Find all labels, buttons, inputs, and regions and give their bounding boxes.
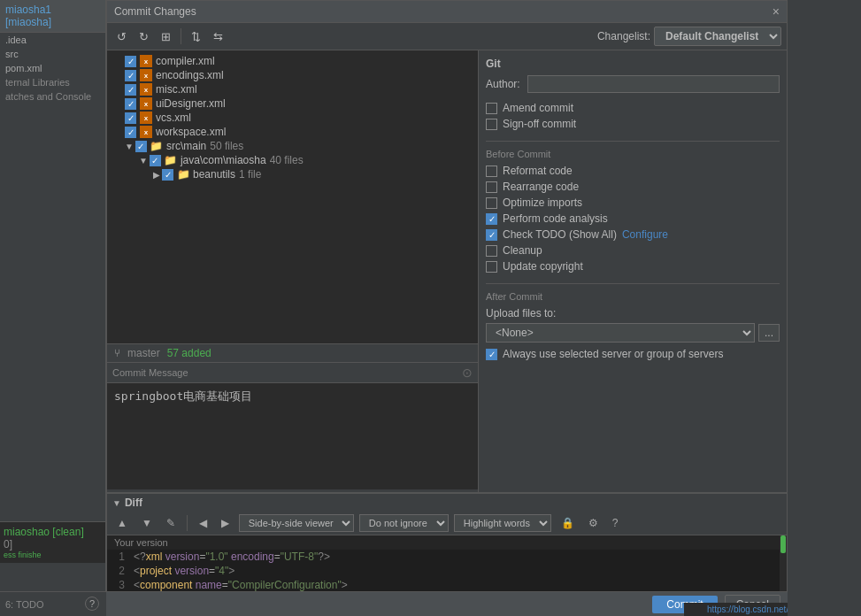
group-button[interactable]: ⊞ xyxy=(157,27,175,46)
ignore-dropdown[interactable]: Do not ignore xyxy=(359,514,449,532)
signoff-commit-checkbox[interactable] xyxy=(486,119,497,130)
triangle-srcmain: ▼ xyxy=(125,142,134,151)
checkbox-compiler[interactable]: ✓ xyxy=(125,56,136,67)
file-label-workspace: workspace.xml xyxy=(156,126,226,138)
tree-item-workspace[interactable]: ✓ x workspace.xml xyxy=(107,125,478,139)
upload-label: Upload files to: xyxy=(486,307,780,320)
lock-button[interactable]: 🔒 xyxy=(557,515,579,531)
file-label-misc: misc.xml xyxy=(156,83,197,96)
rollback-button[interactable]: ↺ xyxy=(112,27,131,46)
collapse-button[interactable]: ⇆ xyxy=(209,27,227,46)
checkbox-uidesigner[interactable]: ✓ xyxy=(125,98,136,110)
refresh-button[interactable]: ↻ xyxy=(135,27,153,46)
author-row: Author: xyxy=(486,75,780,93)
cleanup-row[interactable]: Cleanup xyxy=(486,244,780,257)
diff-toggle[interactable]: ▼ xyxy=(112,498,121,508)
xml-icon-workspace: x xyxy=(140,126,152,138)
file-label-encodings: encodings.xml xyxy=(156,69,224,81)
reformat-code-checkbox[interactable] xyxy=(486,166,497,177)
always-use-label: Always use selected server or group of s… xyxy=(503,348,723,360)
xml-icon-uidesigner: x xyxy=(140,97,152,110)
file-label-vcs: vcs.xml xyxy=(156,112,191,124)
amend-commit-row[interactable]: Amend commit xyxy=(486,102,780,114)
diff-down-button[interactable]: ▼ xyxy=(137,515,157,531)
sidebar-item-libraries[interactable]: ternal Libraries xyxy=(0,75,105,89)
reformat-code-row[interactable]: Reformat code xyxy=(486,165,780,177)
beanutils-count: 1 file xyxy=(239,168,261,181)
file-label-javamiao: java\com\miaosha xyxy=(181,154,266,166)
upload-dropdown[interactable]: <None> xyxy=(486,323,755,343)
commit-msg-expand-icon[interactable]: ⊙ xyxy=(462,366,473,380)
tree-item-uidesigner[interactable]: ✓ x uiDesigner.xml xyxy=(107,96,478,111)
toolbar-separator-1 xyxy=(181,28,181,44)
triangle-javamiao: ▼ xyxy=(139,156,148,166)
project-name: miaosha1 [miaosha] xyxy=(5,4,51,28)
help-button-bottom[interactable]: ? xyxy=(85,597,99,611)
todo-label: 6: TODO xyxy=(5,599,44,610)
author-label: Author: xyxy=(486,78,520,90)
signoff-commit-row[interactable]: Sign-off commit xyxy=(486,118,780,130)
highlight-dropdown[interactable]: Highlight words xyxy=(454,514,551,532)
check-todo-checkbox[interactable]: ✓ xyxy=(486,229,497,241)
update-copyright-row[interactable]: Update copyright xyxy=(486,260,780,273)
checkbox-encodings[interactable]: ✓ xyxy=(125,70,136,81)
viewer-dropdown[interactable]: Side-by-side viewer xyxy=(239,514,354,532)
checkbox-misc[interactable]: ✓ xyxy=(125,84,136,96)
tree-item-misc[interactable]: ✓ x misc.xml xyxy=(107,82,478,96)
sidebar-project-label[interactable]: miaosha1 [miaosha] xyxy=(0,0,105,33)
rearrange-code-checkbox[interactable] xyxy=(486,181,497,193)
help-button[interactable]: ? xyxy=(608,515,623,531)
srcmain-count: 50 files xyxy=(210,140,243,152)
sidebar-item-pom[interactable]: pom.xml xyxy=(0,61,105,75)
always-use-checkbox[interactable]: ✓ xyxy=(486,349,497,360)
configure-link[interactable]: Configure xyxy=(622,228,668,241)
amend-commit-label: Amend commit xyxy=(503,102,573,114)
always-use-row[interactable]: ✓ Always use selected server or group of… xyxy=(486,348,780,360)
optimize-imports-checkbox[interactable] xyxy=(486,197,497,209)
tree-item-srcmain[interactable]: ▼ ✓ 📁 src\main 50 files xyxy=(107,139,478,153)
tree-item-compiler[interactable]: ✓ x compiler.xml xyxy=(107,54,478,68)
changelist-dropdown[interactable]: Default Changelist xyxy=(654,27,781,46)
tree-item-javamiao[interactable]: ▼ ✓ 📁 java\com\miaosha 40 files xyxy=(107,153,478,167)
update-copyright-checkbox[interactable] xyxy=(486,261,497,273)
checkbox-workspace[interactable]: ✓ xyxy=(125,127,136,138)
checkbox-beanutils[interactable]: ✓ xyxy=(162,169,173,181)
check-todo-row[interactable]: ✓ Check TODO (Show All) Configure xyxy=(486,228,780,241)
main-content: ✓ x compiler.xml ✓ x encodings.xml ✓ x m… xyxy=(107,50,787,492)
amend-commit-checkbox[interactable] xyxy=(486,103,497,114)
tree-item-beanutils[interactable]: ▶ ✓ 📁 beanutils 1 file xyxy=(107,167,478,181)
sidebar-item-idea[interactable]: .idea xyxy=(0,33,105,47)
optimize-imports-row[interactable]: Optimize imports xyxy=(486,196,780,209)
author-input[interactable] xyxy=(527,75,780,93)
diff-edit-button[interactable]: ✎ xyxy=(162,515,180,531)
perform-code-analysis-checkbox[interactable]: ✓ xyxy=(486,213,497,225)
left-sidebar: miaosha1 [miaosha] .idea src pom.xml ter… xyxy=(0,0,106,616)
diff-up-button[interactable]: ▲ xyxy=(112,515,132,531)
commit-message-input[interactable]: springboot电商基础项目 xyxy=(107,383,478,489)
sidebar-item-scratches[interactable]: atches and Console xyxy=(0,89,105,104)
expand-button[interactable]: ⇅ xyxy=(187,27,205,46)
checkbox-javamiao[interactable]: ✓ xyxy=(150,155,161,166)
your-version-label: Your version xyxy=(107,535,780,550)
branch-name: master xyxy=(127,347,160,359)
tree-item-vcs[interactable]: ✓ x vcs.xml xyxy=(107,111,478,125)
diff-line-2: 2 <project version="4"> xyxy=(107,564,780,578)
checkbox-vcs[interactable]: ✓ xyxy=(125,112,136,124)
cleanup-checkbox[interactable] xyxy=(486,245,497,257)
commit-dialog: Commit Changes × ↺ ↻ ⊞ ⇅ ⇆ Changelist: D… xyxy=(106,0,788,616)
tree-item-encodings[interactable]: ✓ x encodings.xml xyxy=(107,68,478,82)
update-copyright-label: Update copyright xyxy=(503,260,583,273)
browse-button[interactable]: ... xyxy=(758,324,780,342)
perform-code-analysis-row[interactable]: ✓ Perform code analysis xyxy=(486,212,780,225)
settings-button[interactable]: ⚙ xyxy=(584,515,603,531)
close-button[interactable]: × xyxy=(773,4,780,19)
branch-icon: ⑂ xyxy=(114,347,120,359)
check-todo-label: Check TODO (Show All) xyxy=(503,228,617,241)
rearrange-code-row[interactable]: Rearrange code xyxy=(486,181,780,193)
diff-next-button[interactable]: ▶ xyxy=(217,515,234,531)
folder-icon-beanutils: 📁 xyxy=(177,168,189,181)
checkbox-srcmain[interactable]: ✓ xyxy=(135,141,147,152)
diff-prev-button[interactable]: ◀ xyxy=(195,515,211,531)
sidebar-item-src[interactable]: src xyxy=(0,47,105,61)
upload-row: <None> ... xyxy=(486,323,780,343)
